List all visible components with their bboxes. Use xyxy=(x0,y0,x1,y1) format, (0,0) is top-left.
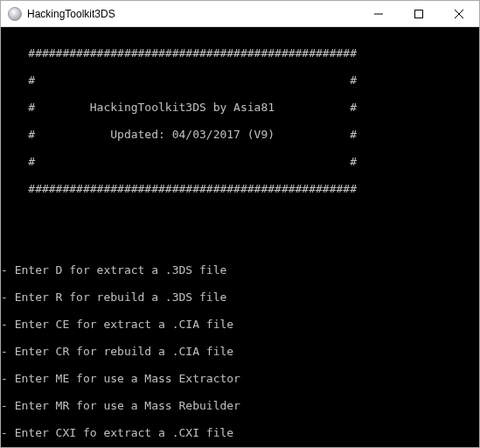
banner-hashline: ########################################… xyxy=(1,182,479,196)
blank-line xyxy=(1,236,479,250)
menu-item: - Enter CXI fo extract a .CXI file xyxy=(1,426,479,440)
close-icon xyxy=(455,10,463,18)
close-button[interactable] xyxy=(439,1,479,27)
banner-line1: # HackingToolkit3DS by Asia81 # xyxy=(1,101,479,115)
menu-item: - Enter ME for use a Mass Extractor xyxy=(1,372,479,386)
maximize-icon xyxy=(414,10,423,18)
banner-side: # # xyxy=(1,155,479,169)
app-icon xyxy=(8,7,22,21)
menu-item: - Enter MR for use a Mass Rebuilder xyxy=(1,399,479,413)
minimize-icon xyxy=(374,10,383,18)
menu-item: - Enter D for extract a .3DS file xyxy=(1,263,479,277)
titlebar: HackingToolkit3DS xyxy=(1,1,479,27)
console-output[interactable]: ########################################… xyxy=(1,27,479,447)
menu-item: - Enter CR for rebuild a .CIA file xyxy=(1,345,479,359)
banner-line2: # Updated: 04/03/2017 (V9) # xyxy=(1,128,479,142)
menu-item: - Enter CE for extract a .CIA file xyxy=(1,318,479,332)
banner-side: # # xyxy=(1,74,479,88)
banner-hashline: ########################################… xyxy=(1,46,479,60)
window-title: HackingToolkit3DS xyxy=(27,8,115,20)
maximize-button[interactable] xyxy=(399,1,439,27)
menu-item: - Enter R for rebuild a .3DS file xyxy=(1,290,479,304)
svg-rect-1 xyxy=(415,10,423,18)
minimize-button[interactable] xyxy=(358,1,399,27)
blank-line xyxy=(1,209,479,223)
